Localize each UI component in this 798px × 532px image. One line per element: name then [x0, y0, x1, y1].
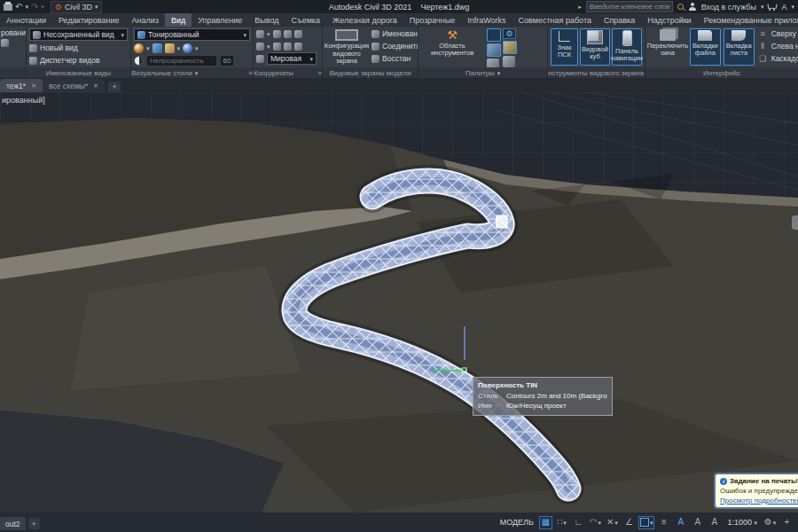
- ucs-dropdown[interactable]: Мировая ▾: [267, 52, 317, 65]
- sheetset-palette-icon[interactable]: [487, 59, 499, 67]
- texture-icon[interactable]: [165, 43, 175, 53]
- viewport-corner-label[interactable]: ированный]: [2, 96, 45, 105]
- plot-icon[interactable]: [4, 4, 12, 11]
- coordinates-panel-title[interactable]: Координаты »: [254, 67, 322, 78]
- polar-tracking-toggle[interactable]: ◠▾: [588, 516, 603, 529]
- file-tab-schemes-close-icon[interactable]: ✕: [93, 82, 98, 90]
- visual-style-dropdown[interactable]: Тонированный ▾: [134, 28, 250, 41]
- new-view-button[interactable]: Новый вид: [29, 43, 128, 53]
- other-palette-icon[interactable]: [503, 56, 515, 67]
- lineweight-toggle[interactable]: ≡: [656, 516, 671, 529]
- file-tab-drawing1[interactable]: теж1* ✕: [0, 79, 43, 92]
- toolbox-palette-icon[interactable]: [503, 41, 517, 54]
- opacity-value[interactable]: 60: [220, 55, 234, 66]
- ucs-icon-3[interactable]: [284, 30, 292, 38]
- undo-icon[interactable]: ↶: [15, 3, 22, 12]
- ucs-icon-6[interactable]: [273, 43, 281, 51]
- visual-styles-panel-title[interactable]: Визуальные стили ▾ »: [131, 67, 253, 78]
- properties-palette-icon[interactable]: [487, 28, 501, 42]
- view-manager-button[interactable]: Диспетчер видов: [29, 55, 128, 66]
- named-viewports-button[interactable]: Именованные: [372, 28, 418, 39]
- redo-icon[interactable]: ↷: [31, 3, 38, 12]
- named-views-panel-title[interactable]: Именованные виды: [27, 67, 130, 78]
- current-scale-dropdown[interactable]: 1:1000 ▾: [724, 518, 761, 527]
- notification-details-link[interactable]: Просмотр подробностей о: [720, 497, 798, 505]
- isolate-objects-button[interactable]: +: [779, 516, 794, 529]
- app-store-cart-icon[interactable]: [768, 4, 777, 11]
- ucs-icon-2[interactable]: [273, 30, 281, 38]
- annotation-scale-button[interactable]: А: [707, 516, 722, 529]
- material-icon[interactable]: [153, 43, 162, 53]
- new-drawing-tab-button[interactable]: +: [108, 82, 121, 92]
- ribbon-tab-infraworks[interactable]: InfraWorks: [461, 13, 512, 27]
- file-tab-drawing1-close-icon[interactable]: ✕: [31, 82, 36, 90]
- viewport-config-button[interactable]: Конфигурация видового экрана: [325, 28, 368, 66]
- workspace-switcher[interactable]: ⚙ Civil 3D ▾: [51, 1, 103, 13]
- ribbon-tab-rail[interactable]: Железная дорога: [326, 13, 403, 27]
- grid-display-toggle[interactable]: ▦: [539, 516, 552, 529]
- ribbon-tab-output[interactable]: Вывод: [248, 13, 285, 27]
- ribbon-tab-annotations[interactable]: Аннотации: [0, 13, 52, 27]
- isodraft-caret-icon[interactable]: ▾: [614, 520, 618, 526]
- snap-caret-icon[interactable]: ▾: [563, 520, 567, 526]
- render-sphere-icon[interactable]: [183, 43, 192, 53]
- search-icon[interactable]: [677, 4, 685, 11]
- navbar-toggle[interactable]: Панель навигации: [612, 28, 642, 66]
- autodesk-apps-label[interactable]: А: [781, 3, 786, 12]
- cascade-button[interactable]: ❏ Каскадом: [757, 53, 798, 64]
- ribbon-tab-featured-apps[interactable]: Рекомендованные приложения: [698, 13, 798, 27]
- settings-palette-icon[interactable]: ⚙: [503, 28, 516, 39]
- ucs-sign-toggle[interactable]: Знак ПСК: [551, 28, 578, 66]
- sun-caret-icon[interactable]: ▾: [146, 45, 150, 51]
- switch-windows-button[interactable]: Переключить окна: [648, 28, 687, 66]
- join-viewports-button[interactable]: Соединить: [372, 41, 418, 51]
- ucs-caret-2[interactable]: ▾: [267, 43, 270, 50]
- ucs-icon-9[interactable]: [256, 55, 264, 63]
- customization-caret-icon[interactable]: ▾: [773, 520, 777, 526]
- restore-viewports-button[interactable]: Восстан: [372, 53, 418, 64]
- survey-palette-icon[interactable]: [487, 43, 501, 57]
- ribbon-tab-survey[interactable]: Съемка: [286, 13, 326, 27]
- isodraft-toggle[interactable]: ✕▾: [605, 516, 620, 529]
- ucs-icon-4[interactable]: [294, 30, 302, 38]
- opacity-field[interactable]: Непрозрачность: [146, 55, 217, 66]
- ribbon-tab-analyze[interactable]: Анализ: [126, 13, 165, 27]
- snap-mode-toggle[interactable]: ∷▾: [554, 516, 569, 529]
- ucs-icon-7[interactable]: [284, 43, 292, 51]
- ortho-toggle[interactable]: ∟: [571, 516, 586, 529]
- visual-styles-expand-icon[interactable]: ▾: [195, 70, 199, 76]
- sun-style-icon[interactable]: [134, 43, 144, 53]
- customization-button[interactable]: ⚙▾: [763, 516, 778, 529]
- sign-in-label[interactable]: Вход в службы: [701, 3, 756, 12]
- new-layout-button[interactable]: +: [28, 518, 40, 529]
- file-tab-schemes[interactable]: все схемы* ✕: [43, 79, 105, 92]
- tile-horizontal-button[interactable]: ≡ Сверху вниз: [757, 28, 798, 39]
- polar-caret-icon[interactable]: ▾: [598, 520, 602, 526]
- viewcube-toggle[interactable]: Видовой куб: [580, 28, 610, 66]
- toolspace-button[interactable]: ⚒ Область инструментов: [421, 28, 483, 66]
- search-expand-icon[interactable]: ▸: [578, 4, 582, 10]
- ribbon-tab-manage[interactable]: Управление: [192, 13, 248, 27]
- ucs-caret-1[interactable]: ▾: [267, 31, 270, 37]
- ribbon-tab-transparent[interactable]: Прозрачные: [403, 13, 461, 27]
- annotation-visibility-toggle[interactable]: А: [673, 516, 688, 529]
- model-space-button[interactable]: МОДЕЛЬ: [497, 518, 537, 527]
- viewport-tools-panel-title[interactable]: Инструменты видового экрана ▾: [548, 67, 645, 78]
- tile-vertical-button[interactable]: ‖ Слева направо: [757, 41, 798, 51]
- help-search-box[interactable]: [586, 1, 673, 12]
- texture-caret-icon[interactable]: ▾: [177, 45, 181, 51]
- drawing-canvas[interactable]: ированный] Поверхность TIN Стиль Contour…: [0, 92, 798, 512]
- palettes-panel-title[interactable]: Палитры ▾: [419, 67, 547, 78]
- ucs-icon-5[interactable]: [256, 43, 264, 51]
- user-icon[interactable]: [689, 3, 697, 11]
- help-search-input[interactable]: [587, 3, 672, 11]
- sphere-caret-icon[interactable]: ▾: [195, 45, 199, 51]
- ucs-icon-8[interactable]: [294, 43, 302, 51]
- annotation-monitor-toggle[interactable]: ∠: [622, 516, 637, 529]
- ribbon-tab-edit[interactable]: Редактирование: [52, 13, 126, 27]
- ucs-icon-1[interactable]: [256, 30, 264, 38]
- current-view-dropdown[interactable]: Несохраненный вид ▾: [29, 28, 128, 41]
- sign-in-caret-icon[interactable]: ▾: [761, 4, 764, 10]
- opacity-icon[interactable]: [134, 56, 144, 66]
- annotation-autoscale-toggle[interactable]: А: [690, 516, 705, 529]
